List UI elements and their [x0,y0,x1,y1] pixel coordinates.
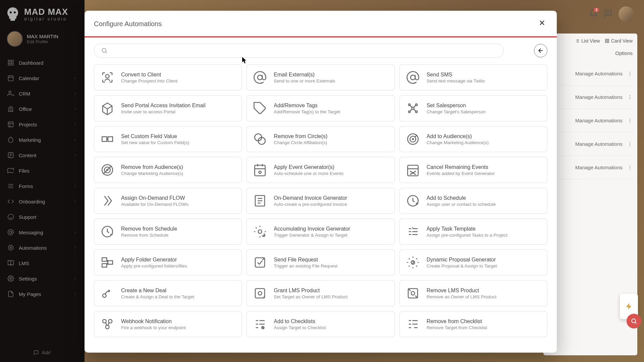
search-box[interactable] [94,44,504,58]
svg-rect-88 [408,165,418,176]
automation-card-add-remove-tags[interactable]: Add/Remove TagsAdd/Remove Tag(s) to the … [247,95,394,121]
automation-card-set-salesperson[interactable]: Set SalespersonChange Target's Salespers… [399,95,547,121]
automation-card-cancel-remaining-events[interactable]: Cancel Remaining EventsEvents added by E… [399,157,547,183]
automation-card-send-sms[interactable]: Send SMSSend text message via Twilio [399,64,547,90]
manage-automations-button[interactable]: Manage Automations [575,141,623,147]
svg-rect-108 [102,264,107,267]
svg-rect-107 [102,258,107,261]
automation-card-add-to-checklists[interactable]: Add to ChecklistsAssign Target to Checkl… [247,311,394,337]
automation-card-apply-task-template[interactable]: Apply Task TemplateAssign pre-configured… [399,219,547,245]
manage-automations-button[interactable]: Manage Automations [575,94,623,100]
card-title: Set Salesperson [427,103,486,109]
automation-card-set-custom-field-value[interactable]: Set Custom Field ValueSet new value for … [94,126,242,152]
automation-card-email-external-s-[interactable]: Email External(s)Send to one or more Ext… [247,64,394,90]
card-desc: Fire a webhook to your endpoint [121,325,186,330]
list-icon [575,39,580,43]
card-desc: Trigger Generator & Assign to Target [274,233,350,238]
card-icon [100,132,114,146]
card-icon [253,317,267,331]
automation-card-on-demand-invoice-generator[interactable]: On-Demand Invoice GeneratorAuto-create a… [247,188,394,214]
card-title: Add to Audience(s) [427,133,489,139]
manage-automations-button[interactable]: Manage Automations [575,118,623,123]
automation-card-remove-from-checklist[interactable]: Remove from ChecklistRemove Target from … [399,311,547,337]
svg-point-78 [412,138,414,140]
svg-point-38 [630,75,630,75]
automation-card-add-to-audience-s-[interactable]: Add to Audience(s)Change Marketing Audie… [399,126,547,152]
automation-card-accumulating-invoice-generator[interactable]: Accumulating Invoice GeneratorTrigger Ge… [247,219,394,245]
automation-card-send-file-request[interactable]: Send File RequestTrigger an existing Fil… [247,249,394,276]
automation-card-grant-lms-product[interactable]: Grant LMS ProductSet Target as Owner of … [247,280,394,306]
back-button[interactable] [534,44,547,57]
more-icon[interactable] [627,118,633,123]
svg-point-49 [630,167,630,168]
card-desc: Set Target as Owner of LMS Product [274,294,347,299]
card-title: Remove from Circle(s) [274,133,327,139]
card-title: Email External(s) [274,72,335,78]
card-title: Set Custom Field Value [121,133,189,139]
card-icon [406,163,420,177]
card-desc: Apply pre-configured folders/files [121,263,187,268]
svg-point-118 [411,292,415,295]
automation-card-apply-folder-generator[interactable]: Apply Folder GeneratorApply pre-configur… [94,249,242,276]
search-input[interactable] [112,48,497,54]
automation-card-send-portal-access-invitation-email[interactable]: Send Portal Access Invitation EmailInvit… [94,95,242,121]
svg-point-37 [630,73,630,74]
card-desc: Auto-schedule one or more Events [274,171,343,176]
more-icon[interactable] [627,95,633,100]
automation-card-add-to-schedule[interactable]: Add to ScheduleAssign user or contact to… [399,188,547,214]
svg-line-70 [413,109,416,111]
more-icon[interactable] [627,165,633,170]
list-view-button[interactable]: List View [575,38,600,44]
automation-card-apply-event-generator-s-[interactable]: Apply Event Generator(s)Auto-schedule on… [247,157,394,183]
manage-automations-button[interactable]: Manage Automations [575,71,623,76]
automation-card-assign-on-demand-flow[interactable]: Assign On-Demand FLOWAvailable for On-De… [94,188,242,214]
search-row [85,38,557,62]
svg-point-39 [630,95,630,96]
automation-card-create-a-new-deal[interactable]: Create a New DealCreate & Assign a Deal … [94,280,242,306]
card-desc: Change Marketing Audience(s) [427,140,489,145]
arrow-left-icon [537,47,544,54]
manage-automations-button[interactable]: Manage Automations [575,165,623,170]
svg-point-101 [258,230,262,234]
card-icon [406,101,420,115]
automation-card-remove-from-schedule[interactable]: Remove from ScheduleRemove from Schedule [94,219,242,245]
card-icon [406,286,420,300]
card-view-button[interactable]: Card View [605,38,633,44]
more-icon[interactable] [627,141,633,147]
modal-backdrop[interactable] [0,0,85,362]
automation-card-convert-to-client[interactable]: Convert to ClientChange Prospect into Cl… [94,64,242,90]
card-desc: Create & Assign a Deal to the Target [121,294,194,299]
svg-rect-72 [108,137,113,141]
close-button[interactable] [537,17,547,30]
messages-button[interactable] [604,9,612,19]
automation-card-dynamic-proposal-generator[interactable]: Dynamic Proposal GeneratorCreate Proposa… [399,249,547,276]
automation-row: Manage Automations [548,132,633,156]
automation-card-webhook-notification[interactable]: Webhook NotificationFire a webhook to yo… [94,311,242,337]
card-icon [253,225,267,239]
card-desc: Change Marketing Audience(s) [121,171,183,176]
automation-card-remove-from-audience-s-[interactable]: Remove from Audience(s)Change Marketing … [94,157,242,183]
svg-point-50 [630,169,630,169]
options-link[interactable]: Options [548,50,633,56]
svg-rect-83 [255,165,266,176]
svg-line-56 [106,52,107,53]
user-avatar-button[interactable] [619,6,634,22]
notifications-button[interactable]: 2 [589,9,598,19]
svg-line-124 [106,322,107,325]
search-fab[interactable] [627,314,641,328]
card-icon [100,286,114,300]
search-icon [631,318,637,324]
modal-header: Configure Automations [85,11,557,38]
close-icon [538,19,546,27]
card-title: Remove from Checklist [427,318,487,324]
svg-point-46 [630,143,630,144]
automation-row: Manage Automations [548,156,633,179]
card-icon [406,194,420,208]
automation-card-remove-lms-product[interactable]: Remove LMS ProductRemove as Owner of LMS… [399,280,547,306]
automation-card-remove-from-circle-s-[interactable]: Remove from Circle(s)Change Circle Affil… [247,126,394,152]
card-icon [100,317,114,331]
card-icon [406,132,420,146]
card-desc: Change Circle Affiliation(s) [274,140,327,145]
more-icon[interactable] [627,71,633,76]
card-view-label: Card View [611,38,633,44]
